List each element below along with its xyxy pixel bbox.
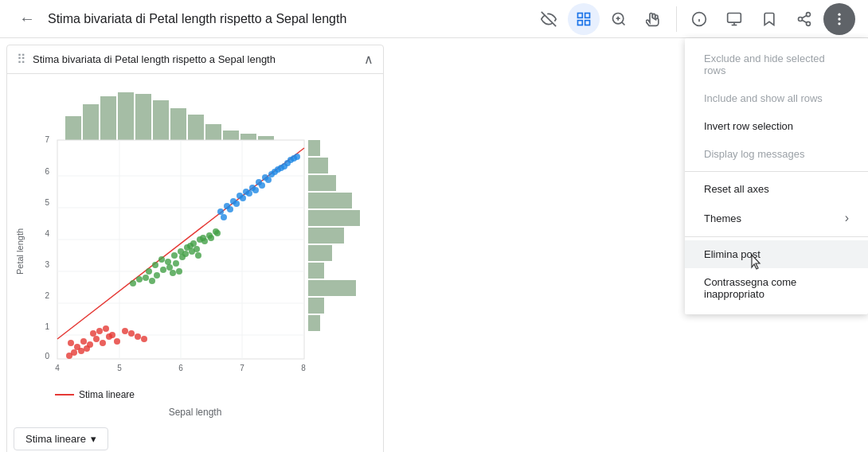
svg-rect-45 xyxy=(308,315,320,331)
menu-item-include[interactable]: Include and show all rows xyxy=(685,84,868,112)
monitor-button[interactable] xyxy=(718,3,750,35)
svg-point-102 xyxy=(166,264,173,271)
expand-button[interactable]: ∧ xyxy=(364,52,373,67)
svg-line-6 xyxy=(622,21,625,25)
svg-point-73 xyxy=(80,338,87,345)
svg-point-93 xyxy=(158,256,165,263)
menu-item-invert[interactable]: Invert row selection xyxy=(685,112,868,140)
svg-point-140 xyxy=(252,187,259,193)
divider xyxy=(676,6,677,32)
zoom-button[interactable] xyxy=(603,3,635,35)
svg-rect-41 xyxy=(308,245,332,261)
svg-rect-4 xyxy=(585,20,590,25)
svg-point-100 xyxy=(154,272,160,279)
svg-line-19 xyxy=(802,15,807,18)
toolbar: ← Stima bivariata di Petal length rispet… xyxy=(0,0,868,38)
svg-point-115 xyxy=(182,251,189,257)
svg-point-91 xyxy=(146,268,152,275)
menu-item-elimina[interactable]: Elimina post xyxy=(685,240,868,268)
svg-rect-33 xyxy=(240,134,256,140)
legend-line xyxy=(55,394,74,396)
svg-point-136 xyxy=(227,206,233,212)
svg-point-137 xyxy=(233,201,240,207)
svg-point-71 xyxy=(68,340,74,346)
svg-point-113 xyxy=(170,270,176,276)
svg-point-90 xyxy=(141,336,147,342)
svg-point-21 xyxy=(838,18,840,20)
bookmark-button[interactable] xyxy=(753,3,785,35)
submenu-arrow-icon: › xyxy=(845,211,849,225)
menu-item-invert-label: Invert row selection xyxy=(704,120,793,132)
svg-point-101 xyxy=(160,267,166,273)
svg-text:7: 7 xyxy=(45,135,49,144)
svg-text:1: 1 xyxy=(45,322,49,331)
menu-item-log-label: Display log messages xyxy=(704,148,804,160)
select-button[interactable] xyxy=(568,3,600,35)
svg-text:0: 0 xyxy=(45,352,49,360)
svg-point-84 xyxy=(109,332,115,338)
svg-point-75 xyxy=(93,336,100,342)
more-button[interactable] xyxy=(823,3,855,35)
svg-point-118 xyxy=(201,238,208,244)
svg-rect-30 xyxy=(188,115,204,140)
svg-point-103 xyxy=(173,260,179,267)
svg-text:4: 4 xyxy=(45,229,49,238)
svg-point-119 xyxy=(208,235,214,241)
page-title: Stima bivariata di Petal length rispetto… xyxy=(48,12,526,26)
svg-rect-24 xyxy=(83,104,99,140)
left-panel: ⠿ Stima bivariata di Petal length rispet… xyxy=(0,38,390,452)
menu-item-contrassegna-label: Contrassegna come inappropriato xyxy=(704,276,849,300)
svg-text:2: 2 xyxy=(45,291,49,300)
menu-item-reset-label: Reset all axes xyxy=(704,183,769,195)
svg-rect-31 xyxy=(205,124,221,140)
svg-rect-29 xyxy=(170,108,186,140)
svg-text:3: 3 xyxy=(45,260,49,269)
svg-line-18 xyxy=(802,20,807,22)
svg-rect-44 xyxy=(308,298,324,314)
share-button[interactable] xyxy=(788,3,820,35)
chart-area: 7 6 5 4 3 2 1 0 4 5 6 7 8 Petal length xyxy=(7,74,383,386)
svg-text:4: 4 xyxy=(55,364,60,372)
menu-item-themes[interactable]: Themes › xyxy=(685,203,868,233)
svg-point-107 xyxy=(143,275,149,281)
menu-item-log[interactable]: Display log messages xyxy=(685,140,868,168)
svg-point-17 xyxy=(807,21,811,25)
svg-rect-39 xyxy=(308,210,360,226)
bottom-bar: Stima lineare ▾ xyxy=(7,421,383,452)
svg-point-82 xyxy=(103,325,109,332)
menu-divider-1 xyxy=(685,171,868,172)
svg-point-146 xyxy=(291,155,297,162)
svg-rect-23 xyxy=(65,116,81,140)
menu-item-exclude[interactable]: Exclude and hide selected rows xyxy=(685,45,868,84)
stima-button[interactable]: Stima lineare ▾ xyxy=(14,427,108,450)
svg-point-139 xyxy=(246,190,252,197)
svg-point-22 xyxy=(838,22,840,25)
svg-rect-34 xyxy=(258,136,274,140)
svg-point-85 xyxy=(114,338,120,345)
svg-point-15 xyxy=(807,12,811,16)
svg-rect-35 xyxy=(308,140,320,156)
svg-rect-12 xyxy=(728,13,741,22)
svg-text:6: 6 xyxy=(45,167,49,176)
visibility-off-button[interactable] xyxy=(533,3,565,35)
svg-point-89 xyxy=(135,333,141,340)
svg-point-80 xyxy=(78,348,84,354)
svg-rect-36 xyxy=(308,158,328,173)
svg-point-138 xyxy=(240,195,246,201)
svg-rect-26 xyxy=(118,92,134,140)
svg-point-135 xyxy=(221,214,227,220)
menu-item-contrassegna[interactable]: Contrassegna come inappropriato xyxy=(685,268,868,308)
chart-card: ⠿ Stima bivariata di Petal length rispet… xyxy=(6,45,384,452)
svg-point-16 xyxy=(799,17,803,21)
svg-point-105 xyxy=(130,280,136,286)
svg-text:7: 7 xyxy=(240,364,244,372)
info-button[interactable] xyxy=(683,3,715,35)
pan-button[interactable] xyxy=(638,3,670,35)
svg-text:5: 5 xyxy=(117,364,122,372)
svg-point-117 xyxy=(195,252,201,259)
menu-item-reset[interactable]: Reset all axes xyxy=(685,175,868,203)
menu-item-elimina-label: Elimina post xyxy=(704,248,760,260)
legend-label: Stima lineare xyxy=(79,389,135,400)
back-button[interactable]: ← xyxy=(13,3,41,34)
svg-point-76 xyxy=(100,340,106,346)
